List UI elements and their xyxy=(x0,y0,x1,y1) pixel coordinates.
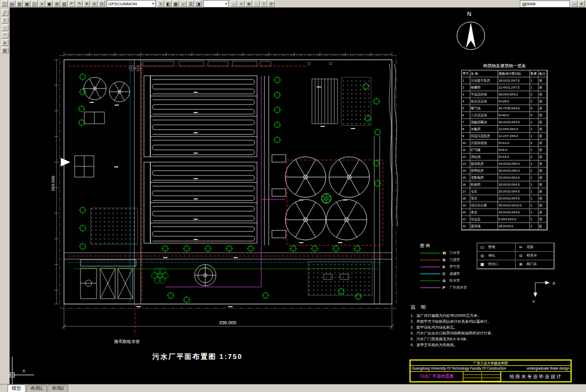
table-cell-size: 20.0X10.0X4.5 xyxy=(498,188,530,195)
bottom-dimension-label: 336.000 xyxy=(219,320,237,325)
legend-symbol-cell: ═ 道路 xyxy=(516,243,554,252)
lineweight-icon[interactable]: ☰ xyxy=(187,1,194,7)
zoom-window-icon[interactable]: ⊡ xyxy=(98,1,105,7)
table-cell-qty: 1 xyxy=(530,223,539,230)
table-cell-no: 2 xyxy=(462,84,470,91)
table-cell-name: 食堂 xyxy=(470,209,498,216)
table-cell-note: 座 xyxy=(539,154,547,161)
table-cell-note: 座 xyxy=(539,209,547,216)
sludge-drying-beds xyxy=(312,79,338,124)
table-cell-qty: 1 xyxy=(530,167,539,174)
legend-pipe-row: N 污泥管 xyxy=(420,257,467,263)
table-cell-note: 座 xyxy=(539,195,547,202)
tab-layout1[interactable]: 布局1 xyxy=(26,385,47,392)
text-tool-icon[interactable]: A xyxy=(2,39,9,46)
copy-icon[interactable]: ▣ xyxy=(46,1,53,7)
table-cell-no: 22 xyxy=(462,223,470,230)
major-name: 给排水专业毕业设计 xyxy=(501,372,571,381)
pipe-line-symbol xyxy=(420,287,440,288)
color-control-icon[interactable]: ▩ xyxy=(172,1,179,7)
table-cell-size: 45.7X35.0X4.5 xyxy=(498,105,530,112)
linetype-icon[interactable]: ▱ xyxy=(180,1,187,7)
legend-pipe-row: G 给水管 xyxy=(420,277,467,284)
table-cell-name: 初次沉淀池 xyxy=(470,98,498,105)
match-properties-icon[interactable]: ▨ xyxy=(61,1,68,7)
legend-symbol-icon: ═ xyxy=(517,245,525,250)
legend-symbol-cell: ▭ 围墙 xyxy=(477,243,516,252)
layer-combo-value: GPSCUMMON xyxy=(108,2,137,6)
line-tool-icon[interactable]: ╱ xyxy=(2,10,9,16)
legend-symbol-cell: ◎ 绿化 xyxy=(477,252,516,260)
save-icon[interactable]: ▥ xyxy=(16,1,23,7)
table-cell-size: 6.0X4.0X3.5 xyxy=(498,216,530,223)
table-cell-name: 格栅间 xyxy=(470,84,498,91)
crosshair-cursor xyxy=(10,357,34,385)
new-icon[interactable]: ▢ xyxy=(1,1,8,7)
distance-icon[interactable]: ↔ xyxy=(230,1,237,7)
print-preview-icon[interactable]: ◫ xyxy=(31,1,38,7)
toolbar-group-inquiry: ↔⌗≣◌?⟳ xyxy=(230,1,275,7)
pan-icon[interactable]: ✛ xyxy=(83,1,90,7)
table-cell-no: 7 xyxy=(462,119,470,126)
table-cell-no: 15 xyxy=(462,174,470,181)
help-icon[interactable]: ? xyxy=(260,1,267,7)
toolbar-group-window: —✕ xyxy=(571,1,585,7)
legend-symbol-cell: ▣ 雨水口 xyxy=(477,260,516,269)
list-icon[interactable]: ≣ xyxy=(245,1,252,7)
table-cell-note: 座 xyxy=(539,216,547,223)
pipe-line-symbol xyxy=(420,260,440,260)
open-icon[interactable]: ▤ xyxy=(9,1,15,7)
pipe-letter: W xyxy=(443,251,447,255)
properties-icon[interactable]: ◨ xyxy=(195,1,202,7)
area-icon[interactable]: ⌗ xyxy=(238,1,245,7)
note-line: 6、夏季主导风向为东南风。 xyxy=(411,342,576,348)
table-cell-no: 14 xyxy=(462,167,470,174)
layers-icon[interactable]: ≡ xyxy=(157,1,164,7)
sludge-pipes xyxy=(165,76,285,287)
hatch-tool-icon[interactable]: ▨ xyxy=(2,47,9,53)
legend-symbol-icon: ◎ xyxy=(479,253,486,258)
cut-icon[interactable]: ⨯ xyxy=(38,1,45,7)
legend-symbol-cell: ⊗ 阀门井 xyxy=(516,260,554,269)
chevron-down-icon: ▾ xyxy=(152,2,154,6)
table-cell-note: 座 xyxy=(539,161,547,167)
paste-icon[interactable]: ⊞ xyxy=(53,1,60,7)
drawing-canvas[interactable]: 336.000 263.000 xyxy=(10,7,586,385)
table-cell-qty: 1 xyxy=(530,216,539,223)
layer-combo[interactable]: GPSCUMMON ▾ xyxy=(107,0,156,7)
minimize-icon[interactable]: — xyxy=(571,1,577,7)
undo-icon[interactable]: ↶ xyxy=(68,1,75,7)
redraw-icon[interactable]: ⟳ xyxy=(268,1,275,7)
legend-pipe-row: W 污水管 xyxy=(420,250,467,257)
aeration-tanks xyxy=(144,76,286,245)
drawing-title: 污水厂平面布置图 1:750 xyxy=(152,352,243,362)
table-cell-qty: 1 xyxy=(530,195,539,202)
table-cell-size: 28.0X4.6X3.2 xyxy=(498,91,530,98)
notes-title: 说 明 xyxy=(411,304,576,311)
table-cell-qty: 1 xyxy=(530,84,539,91)
redo-icon[interactable]: ↷ xyxy=(76,1,83,7)
tab-layout2[interactable]: 布局2 xyxy=(47,385,68,392)
zoom-realtime-icon[interactable]: ⊙ xyxy=(91,1,98,7)
style-combo[interactable]: ▾ xyxy=(203,0,229,7)
table-cell-no: 8 xyxy=(462,126,470,133)
arc-tool-icon[interactable]: ◠ xyxy=(2,32,9,38)
tab-model[interactable]: 模型 xyxy=(7,385,26,392)
print-icon[interactable]: ▦ xyxy=(23,1,30,7)
table-cell-qty: 4 xyxy=(530,112,539,119)
drawing-name-field[interactable]: gpsxw xyxy=(520,1,570,7)
structures-table: 序号 名 称 规格(长X宽X高) 数量 备注 1 污水提升泵房 18.0X11.… xyxy=(461,70,548,230)
circle-tool-icon[interactable]: ○ xyxy=(2,25,9,31)
toolbar-group-standard: ▢▤▥▦◫⨯▣⊞▨↶↷✛⊙⊡ xyxy=(1,1,105,7)
locate-point-icon[interactable]: ◌ xyxy=(253,1,260,7)
layer-state-icon[interactable]: ◧ xyxy=(165,1,172,7)
table-cell-note: 座 xyxy=(539,112,547,119)
polyline-tool-icon[interactable]: ⌇ xyxy=(2,17,9,23)
pipe-letter: N xyxy=(443,258,447,262)
table-cell-note: 座 xyxy=(539,84,547,91)
close-icon[interactable]: ✕ xyxy=(578,1,585,7)
table-cell-name: 仓库 xyxy=(470,188,498,195)
legend-pipe-row: K 空气管 xyxy=(420,263,467,270)
table-cell-no: 6 xyxy=(462,112,470,119)
note-line: 1、该厂设计规模为日处理120000立方米。 xyxy=(411,313,576,318)
